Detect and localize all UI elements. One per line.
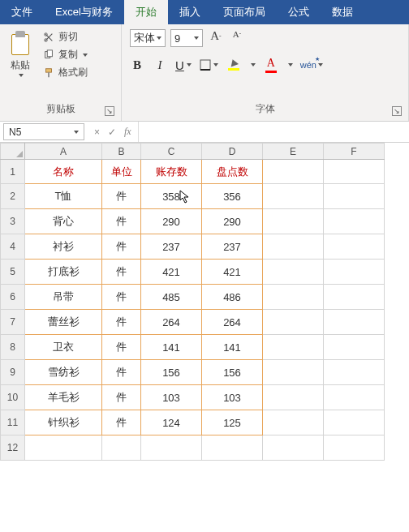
row-header[interactable]: 10 <box>1 385 25 410</box>
cell[interactable] <box>324 410 385 435</box>
cell[interactable] <box>263 310 324 335</box>
cell[interactable] <box>263 209 324 234</box>
cell-name[interactable]: 衬衫 <box>25 234 102 260</box>
cancel-button[interactable]: × <box>94 127 100 138</box>
cell-stock[interactable]: 156 <box>141 360 202 385</box>
select-all-corner[interactable] <box>1 144 25 160</box>
cell[interactable] <box>102 435 141 461</box>
tab-data[interactable]: 数据 <box>321 0 364 24</box>
table-header[interactable]: 名称 <box>25 160 102 184</box>
cell-count[interactable]: 125 <box>202 410 263 435</box>
col-header-D[interactable]: D <box>202 144 263 160</box>
cell[interactable] <box>324 160 385 184</box>
bold-button[interactable]: B <box>130 57 144 73</box>
cell-unit[interactable]: 件 <box>102 360 141 385</box>
paste-button[interactable]: 粘贴 <box>5 28 36 77</box>
cell[interactable] <box>324 385 385 410</box>
cell-unit[interactable]: 件 <box>102 260 141 285</box>
cell-stock[interactable]: 237 <box>141 234 202 260</box>
dialog-launcher-icon[interactable]: ↘ <box>392 106 402 116</box>
cell-stock[interactable]: 103 <box>141 385 202 410</box>
cell[interactable] <box>324 184 385 209</box>
cell[interactable] <box>263 160 324 184</box>
cell[interactable] <box>263 360 324 385</box>
cell-name[interactable]: 蕾丝衫 <box>25 310 102 335</box>
cell-name[interactable]: 卫衣 <box>25 335 102 360</box>
cell-unit[interactable]: 件 <box>102 209 141 234</box>
copy-button[interactable]: 复制 <box>41 47 89 62</box>
table-header[interactable]: 账存数 <box>141 160 202 184</box>
chevron-down-icon[interactable] <box>251 63 256 66</box>
fill-color-button[interactable] <box>226 57 241 73</box>
cell[interactable] <box>263 385 324 410</box>
tab-layout[interactable]: 页面布局 <box>212 0 277 24</box>
row-header[interactable]: 6 <box>1 285 25 310</box>
cell[interactable] <box>324 360 385 385</box>
dialog-launcher-icon[interactable]: ↘ <box>105 106 114 116</box>
cell-unit[interactable]: 件 <box>102 285 141 310</box>
cell-stock[interactable]: 421 <box>141 260 202 285</box>
cell-name[interactable]: 雪纺衫 <box>25 360 102 385</box>
col-header-B[interactable]: B <box>102 144 141 160</box>
cell-name[interactable]: 吊带 <box>25 285 102 310</box>
cell[interactable] <box>263 335 324 360</box>
cell-count[interactable]: 290 <box>202 209 263 234</box>
name-box[interactable]: N5 <box>3 123 84 140</box>
col-header-C[interactable]: C <box>141 144 202 160</box>
cell-count[interactable]: 141 <box>202 335 263 360</box>
cell[interactable] <box>202 435 263 461</box>
row-header[interactable]: 1 <box>1 160 25 184</box>
cell-name[interactable]: 针织衫 <box>25 410 102 435</box>
cell-stock[interactable]: 141 <box>141 335 202 360</box>
cell[interactable] <box>263 184 324 209</box>
row-header[interactable]: 4 <box>1 234 25 260</box>
accept-button[interactable]: ✓ <box>108 127 116 138</box>
cell[interactable] <box>263 435 324 461</box>
cell[interactable] <box>324 260 385 285</box>
cell[interactable] <box>141 435 202 461</box>
tab-formulas[interactable]: 公式 <box>277 0 321 24</box>
font-color-button[interactable]: A <box>264 57 278 73</box>
cell[interactable] <box>324 310 385 335</box>
cell-count[interactable]: 264 <box>202 310 263 335</box>
tab-insert[interactable]: 插入 <box>168 0 212 24</box>
cell[interactable] <box>263 260 324 285</box>
tab-home[interactable]: 开始 <box>124 0 168 24</box>
row-header[interactable]: 2 <box>1 184 25 209</box>
cell-stock[interactable]: 290 <box>141 209 202 234</box>
cell[interactable] <box>324 234 385 260</box>
font-name-select[interactable]: 宋体 <box>130 29 166 47</box>
cell[interactable] <box>324 285 385 310</box>
cell-stock[interactable]: 124 <box>141 410 202 435</box>
spreadsheet-table[interactable]: A B C D E F 1 名称 单位 账存数 盘点数 2T恤件3583563背… <box>0 143 385 461</box>
cell-unit[interactable]: 件 <box>102 184 141 209</box>
cell-unit[interactable]: 件 <box>102 385 141 410</box>
cell-name[interactable]: 羊毛衫 <box>25 385 102 410</box>
row-header[interactable]: 3 <box>1 209 25 234</box>
row-header[interactable]: 9 <box>1 360 25 385</box>
format-painter-button[interactable]: 格式刷 <box>41 65 89 80</box>
phonetic-button[interactable]: wén★ <box>301 57 323 73</box>
cell-count[interactable]: 421 <box>202 260 263 285</box>
col-header-E[interactable]: E <box>263 144 324 160</box>
decrease-font-button[interactable]: Aˇ <box>229 29 245 47</box>
cell-count[interactable]: 486 <box>202 285 263 310</box>
cell-stock[interactable]: 264 <box>141 310 202 335</box>
cell-count[interactable]: 103 <box>202 385 263 410</box>
underline-button[interactable]: U <box>175 57 192 73</box>
cell[interactable] <box>263 234 324 260</box>
cell-count[interactable]: 156 <box>202 360 263 385</box>
table-header[interactable]: 盘点数 <box>202 160 263 184</box>
cell-count[interactable]: 356 <box>202 184 263 209</box>
row-header[interactable]: 11 <box>1 410 25 435</box>
cell[interactable] <box>324 209 385 234</box>
cell-unit[interactable]: 件 <box>102 310 141 335</box>
cell-name[interactable]: T恤 <box>25 184 102 209</box>
col-header-F[interactable]: F <box>324 144 385 160</box>
cell[interactable] <box>263 285 324 310</box>
row-header[interactable]: 8 <box>1 335 25 360</box>
increase-font-button[interactable]: Aˆ <box>208 29 224 47</box>
tab-addin[interactable]: Excel与财务 <box>44 0 124 24</box>
formula-input[interactable] <box>138 122 409 142</box>
row-header[interactable]: 7 <box>1 310 25 335</box>
